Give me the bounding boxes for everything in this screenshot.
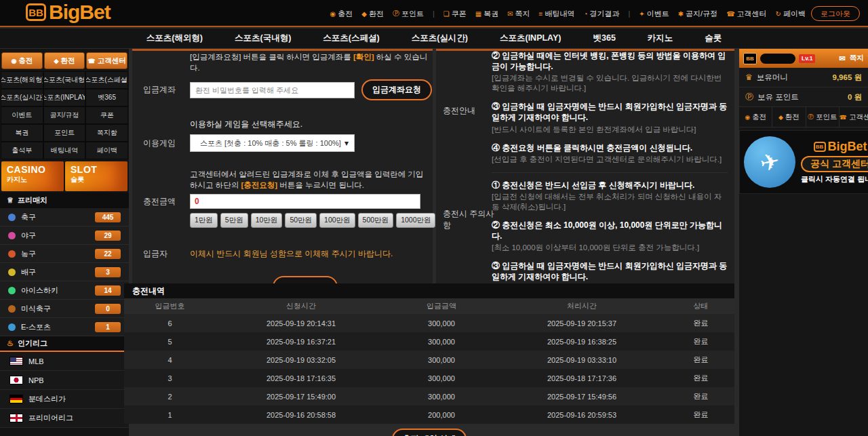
slot-banner[interactable]: SLOT 슬롯 bbox=[65, 161, 127, 191]
american-football-icon bbox=[8, 305, 16, 313]
logout-button[interactable]: 로그아웃 bbox=[811, 6, 860, 21]
col-header: 입금번호 bbox=[124, 301, 216, 311]
panel-exchange-button[interactable]: ◆환전 bbox=[772, 107, 806, 127]
header-nav-message[interactable]: ✉쪽지 bbox=[507, 9, 530, 19]
point-row: Ⓟ 보유 포인트 0 원 bbox=[739, 87, 868, 107]
amount-50k-button[interactable]: 5만원 bbox=[220, 213, 248, 228]
header-nav-coupon[interactable]: ❏쿠폰 bbox=[443, 9, 467, 19]
message-link[interactable]: 쪽지 bbox=[850, 54, 864, 63]
amount-input[interactable] bbox=[190, 194, 420, 209]
sidebar-item-payback[interactable]: 페이백 bbox=[85, 142, 128, 159]
sidebar-item-notice[interactable]: 공지/규정 bbox=[43, 106, 86, 124]
exchange-password-input[interactable] bbox=[190, 82, 355, 98]
cell-status: 완료 bbox=[667, 373, 734, 383]
header-nav-lottery[interactable]: ▦복권 bbox=[475, 9, 498, 19]
deposit-account-label: 입금계좌 bbox=[132, 84, 190, 96]
icehockey-icon bbox=[8, 287, 16, 294]
sidebar-item-sports-live[interactable]: 스포츠(실시간) bbox=[1, 89, 43, 106]
sidebar-league-bundesliga[interactable]: 분데스리가 bbox=[0, 390, 129, 409]
tab-sports-domestic[interactable]: 스포츠(국내형) bbox=[235, 33, 291, 44]
tab-sports-inplay[interactable]: 스포츠(INPLAY) bbox=[500, 33, 561, 44]
sidebar-item-coupon[interactable]: 쿠폰 bbox=[85, 106, 128, 124]
volleyball-icon bbox=[8, 269, 16, 276]
sidebar-support-button[interactable]: ☎고객센터 bbox=[86, 52, 127, 69]
tab-sports-live[interactable]: 스포츠(실시간) bbox=[412, 33, 468, 44]
sidebar-sport-baseball[interactable]: 야구29 bbox=[0, 226, 129, 245]
us-flag-icon bbox=[9, 357, 23, 365]
amount-1m-button[interactable]: 100만원 bbox=[319, 213, 355, 228]
casino-banner[interactable]: CASINO 카지노 bbox=[1, 161, 64, 191]
tab-sports-special[interactable]: 스포츠(스페셜) bbox=[323, 33, 379, 44]
header-nav-betting-history[interactable]: ≡배팅내역 bbox=[539, 9, 575, 19]
note-text: 버튼을 누르시면 됩니다. bbox=[277, 181, 364, 189]
sidebar-item-betting-history[interactable]: 배팅내역 bbox=[43, 142, 86, 159]
header-nav-label: 쪽지 bbox=[515, 9, 530, 19]
header-nav-event[interactable]: ✦이벤트 bbox=[639, 9, 669, 19]
cell-request-time: 2025-09-19 16:37:21 bbox=[216, 338, 387, 346]
amount-100k-button[interactable]: 10만원 bbox=[251, 213, 283, 228]
sidebar-sport-basketball[interactable]: 농구22 bbox=[0, 245, 129, 263]
sidebar-item-lottery[interactable]: 복권 bbox=[1, 124, 43, 142]
sidebar-exchange-button[interactable]: ◆환전 bbox=[44, 52, 85, 69]
tab-sports-overseas[interactable]: 스포츠(해외형) bbox=[146, 33, 203, 44]
amount-10m-button[interactable]: 1000만원 bbox=[396, 213, 435, 228]
sidebar-item-messagebox[interactable]: 쪽지함 bbox=[85, 124, 128, 142]
sidebar-item-attendance[interactable]: 출석부 bbox=[1, 142, 43, 159]
sidebar-charge-button[interactable]: ◉충전 bbox=[1, 52, 43, 69]
sidebar-sport-volleyball[interactable]: 배구3 bbox=[0, 263, 129, 281]
charge-history-section: 충전내역 입금번호 신청시간 입금금액 처리시간 상태 6 2025-09-19… bbox=[124, 283, 734, 424]
sidebar-league-mlb[interactable]: MLB bbox=[0, 352, 129, 371]
cell-amount: 300,000 bbox=[387, 319, 496, 328]
event-icon: ✦ bbox=[639, 10, 644, 18]
guide-item-head: ② 충전신청은 최소 10,000원 이상, 10,000원 단위로만 가능합니… bbox=[492, 220, 728, 241]
amount-5m-button[interactable]: 500만원 bbox=[358, 213, 394, 228]
brand-logo[interactable]: BB BigBet bbox=[26, 1, 111, 24]
sidebar-item-sports-overseas[interactable]: 스포츠(해외형) bbox=[1, 71, 43, 89]
sidebar-league-npb[interactable]: NPB bbox=[0, 371, 129, 390]
sidebar-item-event[interactable]: 이벤트 bbox=[1, 106, 43, 124]
nav-separator: | bbox=[433, 9, 435, 18]
header-nav-support[interactable]: ☎고객센터 bbox=[726, 9, 766, 19]
header-nav-exchange[interactable]: ◆환전 bbox=[361, 9, 384, 19]
charge-icon: ◉ bbox=[330, 10, 336, 18]
sidebar-league-premier[interactable]: 프리미어리그 bbox=[0, 409, 129, 428]
col-header: 상태 bbox=[667, 301, 734, 311]
tab-casino[interactable]: 카지노 bbox=[648, 33, 673, 44]
sidebar-item-sports-domestic[interactable]: 스포츠(국내형) bbox=[43, 71, 86, 89]
banner-subtitle: 슬롯 bbox=[71, 175, 127, 184]
panel-button-label: 포인트 bbox=[816, 113, 837, 122]
game-select[interactable]: 스포츠 [첫충 : 10% 매충 : 5% 롤링 : 100%] ▾ bbox=[190, 134, 355, 152]
panel-support-button[interactable]: ☎고객센터 bbox=[840, 107, 868, 127]
panel-charge-button[interactable]: ◉충전 bbox=[739, 107, 772, 127]
sidebar-sport-esports[interactable]: E-스포츠1 bbox=[0, 318, 129, 336]
cell-processed-time: 2025-09-17 15:49:56 bbox=[496, 393, 667, 401]
baseball-icon bbox=[8, 232, 16, 239]
amount-500k-button[interactable]: 50만원 bbox=[285, 213, 317, 228]
telegram-title: 공식 고객센터 bbox=[801, 156, 868, 172]
sidebar-item-sports-inplay[interactable]: 스포츠(INPLAY) bbox=[43, 89, 86, 106]
header-nav-results[interactable]: ◔경기결과 bbox=[583, 9, 619, 19]
telegram-support-banner[interactable]: ✈ BB BigBet 공식 고객센터 클릭시 자동연결 됩니다 bbox=[739, 130, 868, 194]
header-nav-notice[interactable]: ✱공지/규정 bbox=[678, 9, 717, 19]
header-nav-payback[interactable]: ↻페이백 bbox=[776, 9, 806, 19]
main-nav: 스포츠(해외형) 스포츠(국내형) 스포츠(스페셜) 스포츠(실시간) 스포츠(… bbox=[0, 28, 868, 48]
sidebar-item-sports-special[interactable]: 스포츠(스페셜) bbox=[85, 71, 128, 89]
panel-point-button[interactable]: Ⓟ포인트 bbox=[806, 107, 840, 127]
sidebar-item-bet365[interactable]: 벳365 bbox=[85, 89, 128, 106]
tab-slot[interactable]: 슬롯 bbox=[705, 33, 722, 44]
table-row: 5 2025-09-19 16:37:21 300,000 2025-09-19… bbox=[124, 332, 734, 351]
sidebar-sport-soccer[interactable]: 축구445 bbox=[0, 208, 129, 226]
amount-10k-button[interactable]: 1만원 bbox=[190, 213, 218, 228]
brand-name: BigBet bbox=[49, 1, 111, 24]
sidebar-sport-football[interactable]: 미식축구0 bbox=[0, 300, 129, 318]
delete-history-button[interactable]: 충전 내역 삭제 bbox=[392, 429, 467, 436]
exchange-icon: ◆ bbox=[54, 58, 59, 64]
header-nav-point[interactable]: Ⓟ포인트 bbox=[393, 9, 424, 19]
header-nav-charge[interactable]: ◉충전 bbox=[330, 9, 353, 19]
cell-request-time: 2025-09-19 03:32:05 bbox=[216, 356, 387, 364]
sidebar-sport-icehockey[interactable]: 아이스하키14 bbox=[0, 281, 129, 300]
tab-bet365[interactable]: 벳365 bbox=[593, 33, 615, 44]
account-request-button[interactable]: 입금계좌요청 bbox=[361, 79, 432, 100]
quick-label: 고객센터 bbox=[98, 56, 126, 66]
sidebar-item-point[interactable]: 포인트 bbox=[43, 124, 86, 142]
